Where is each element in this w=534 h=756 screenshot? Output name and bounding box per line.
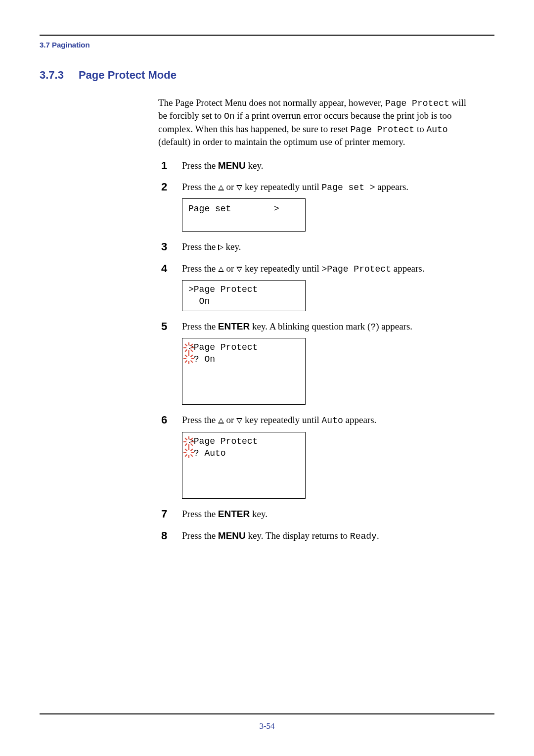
step-text: appears. [375, 182, 409, 192]
lcd-display: >Page Protect ? On [182, 338, 306, 405]
step-6: 6 Press the or key repeatedly until Auto… [158, 414, 494, 499]
key-label: ENTER [218, 321, 250, 331]
step-text: Press the [182, 160, 218, 171]
intro-code: Page Protect [351, 125, 415, 135]
top-rule [40, 35, 494, 36]
lcd-display: >Page Protect ? Auto [182, 432, 306, 499]
section-number: 3.7.3 [40, 69, 64, 82]
step-3: 3 Press the key. [158, 240, 494, 253]
footer-rule [40, 713, 494, 714]
blink-cursor-icon [183, 436, 194, 447]
step-text: key. [250, 509, 267, 519]
step-text: or [224, 415, 236, 425]
key-label: MENU [218, 530, 246, 541]
step-2: 2 Press the or key repeatedly until Page… [158, 181, 494, 232]
step-body: Press the ENTER key. [182, 508, 267, 520]
step-4: 4 Press the or key repeatedly until >Pag… [158, 262, 494, 311]
lcd-display: >Page Protect On [182, 280, 306, 311]
step-text: or [224, 182, 236, 192]
step-7: 7 Press the ENTER key. [158, 508, 494, 520]
intro-code: Page Protect [385, 98, 449, 108]
step-number: 8 [158, 530, 170, 541]
step-text: key repeatedly until [242, 263, 321, 274]
step-code: ? [370, 322, 376, 332]
step-1: 1 Press the MENU key. [158, 159, 494, 172]
page-content: 3.7 Pagination 3.7.3 Page Protect Mode T… [0, 0, 534, 567]
step-text: appears. [343, 415, 377, 425]
step-text: key. [223, 241, 241, 252]
down-arrow-icon [236, 418, 242, 424]
step-text: key. A blinking question mark ( [250, 321, 370, 331]
step-body: Press the or key repeatedly until Page s… [182, 181, 408, 232]
right-arrow-icon [218, 244, 223, 250]
step-text: key repeatedly until [242, 415, 321, 425]
step-number: 1 [158, 160, 170, 171]
step-text: Press the [182, 415, 218, 425]
blink-cursor-icon [183, 353, 194, 364]
step-text: Press the [182, 321, 218, 331]
intro-code: Auto [426, 125, 447, 135]
blink-cursor-icon [183, 447, 194, 458]
up-arrow-icon [218, 185, 224, 190]
up-arrow-icon [218, 418, 224, 424]
intro-paragraph: The Page Protect Menu does not normally … [158, 96, 470, 148]
key-label: MENU [218, 160, 246, 171]
key-label: ENTER [218, 509, 250, 519]
intro-text: to [414, 124, 426, 134]
step-text: ) appears. [376, 321, 412, 331]
up-arrow-icon [218, 267, 224, 272]
step-number: 3 [158, 241, 170, 252]
step-body: Press the or key repeatedly until Auto a… [182, 414, 376, 499]
step-number: 7 [158, 509, 170, 520]
step-body: Press the or key repeatedly until >Page … [182, 262, 425, 311]
step-text: Press the [182, 241, 218, 252]
step-body: Press the MENU key. The display returns … [182, 529, 379, 542]
step-text: Press the [182, 263, 218, 274]
step-5: 5 Press the ENTER key. A blinking questi… [158, 320, 494, 405]
page-number: 3-54 [40, 721, 494, 731]
step-body: Press the MENU key. [182, 159, 263, 172]
lcd-display: Page set > [182, 198, 306, 232]
intro-code: On [224, 111, 235, 121]
footer: 3-54 [40, 713, 494, 731]
step-code: Auto [322, 416, 343, 425]
intro-text: The Page Protect Menu does not normally … [158, 97, 385, 108]
down-arrow-icon [236, 185, 242, 190]
breadcrumb: 3.7 Pagination [40, 41, 494, 49]
step-8: 8 Press the MENU key. The display return… [158, 529, 494, 542]
step-text: Press the [182, 509, 218, 519]
step-number: 2 [158, 182, 170, 192]
step-text: appears. [391, 263, 425, 274]
intro-text: (default) in order to maintain the optim… [158, 137, 405, 147]
step-text: Press the [182, 182, 218, 192]
step-text: key repeatedly until [242, 182, 321, 192]
steps-list: 1 Press the MENU key. 2 Press the or key… [158, 159, 494, 543]
step-code: Page set > [322, 183, 375, 192]
step-body: Press the key. [182, 240, 241, 253]
step-text: key. The display returns to [246, 530, 350, 541]
step-number: 5 [158, 321, 170, 332]
step-text: key. [246, 160, 264, 171]
step-number: 4 [158, 263, 170, 274]
section-heading: 3.7.3 Page Protect Mode [40, 69, 494, 82]
step-body: Press the ENTER key. A blinking question… [182, 320, 412, 405]
section-title: Page Protect Mode [79, 69, 177, 82]
blink-cursor-icon [183, 342, 194, 353]
step-text: . [377, 530, 379, 541]
step-text: or [224, 263, 236, 274]
step-code: Ready [350, 531, 377, 541]
down-arrow-icon [236, 267, 242, 272]
step-code: >Page Protect [322, 264, 391, 274]
step-number: 6 [158, 415, 170, 425]
step-text: Press the [182, 530, 218, 541]
